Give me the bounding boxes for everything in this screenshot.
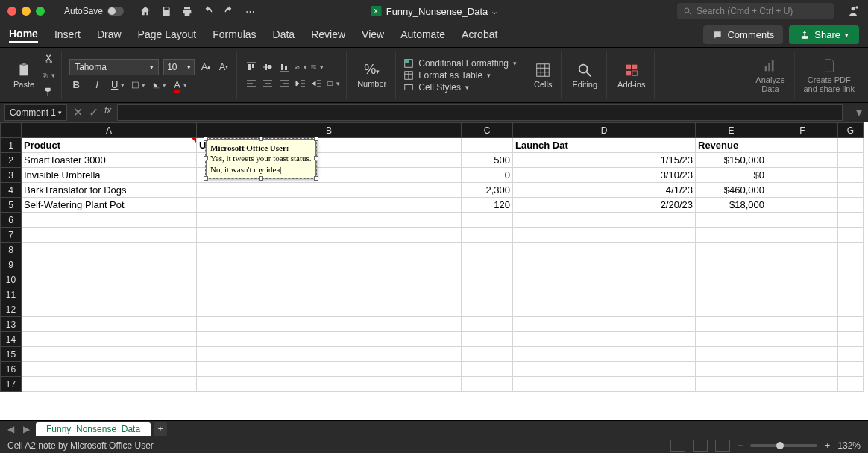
cell[interactable] [462,287,513,302]
row-header[interactable]: 9 [1,257,22,272]
row-header[interactable]: 16 [1,362,22,377]
align-left-icon[interactable] [245,77,258,90]
cell[interactable] [22,347,197,362]
cell[interactable] [197,213,462,228]
cell[interactable] [696,317,767,332]
cell[interactable] [838,272,864,287]
cell[interactable] [197,362,462,377]
tab-page-layout[interactable]: Page Layout [138,28,197,42]
number-format[interactable]: %▾ Number [354,60,389,90]
cell[interactable] [22,213,197,228]
addins-button[interactable]: Add-ins [614,60,648,90]
autosave-toggle[interactable]: AutoSave [64,6,124,16]
cell[interactable] [462,347,513,362]
tab-data[interactable]: Data [273,28,295,42]
cell[interactable]: Self-Watering Plant Pot [22,198,197,213]
row-header[interactable]: 12 [1,302,22,317]
cell[interactable] [513,228,696,243]
cell[interactable]: $18,000 [696,198,767,213]
tab-automate[interactable]: Automate [400,28,445,42]
cell[interactable] [462,257,513,272]
underline-icon[interactable]: U [111,78,125,92]
align-bottom-icon[interactable] [277,60,291,74]
cell[interactable] [197,257,462,272]
row-header[interactable]: 1 [1,138,22,153]
cells-button[interactable]: Cells [531,60,555,90]
zoom-out-icon[interactable]: − [738,440,743,451]
share-top-icon[interactable] [846,4,861,19]
col-header-E[interactable]: E [696,123,767,138]
cell[interactable] [22,302,197,317]
cell[interactable] [197,347,462,362]
fill-color-icon[interactable] [153,78,166,92]
autosave-switch[interactable] [107,7,124,16]
col-header-F[interactable]: F [767,123,838,138]
row-header[interactable]: 5 [1,198,22,213]
cell[interactable] [838,213,864,228]
cell[interactable] [767,377,838,392]
note-body[interactable]: Yes, it tweets your toast status. No, it… [210,154,311,173]
cell[interactable] [767,287,838,302]
decrease-font-icon[interactable]: A▾ [217,60,230,74]
cell[interactable] [838,362,864,377]
undo-icon[interactable] [201,4,215,18]
cell[interactable] [22,228,197,243]
cell[interactable] [197,332,462,347]
border-icon[interactable] [132,78,145,92]
cell[interactable] [462,213,513,228]
sheet-nav-next[interactable]: ▶ [20,424,33,434]
cell[interactable]: SmartToaster 3000 [22,153,197,168]
maximize-window[interactable] [36,7,45,16]
cell[interactable]: 2,300 [462,183,513,198]
cell[interactable] [838,332,864,347]
cell[interactable] [767,347,838,362]
save-icon[interactable] [160,4,173,18]
cell[interactable] [696,347,767,362]
row-header[interactable]: 8 [1,243,22,257]
cell[interactable] [838,302,864,317]
increase-font-icon[interactable]: A▴ [199,60,213,74]
print-icon[interactable] [180,4,194,18]
cell[interactable]: 500 [462,153,513,168]
cell[interactable] [838,183,864,198]
cell[interactable] [462,302,513,317]
cell[interactable] [197,302,462,317]
zoom-slider[interactable] [750,444,817,447]
sheet-tab-active[interactable]: Funny_Nonsense_Data [36,422,151,436]
cell[interactable] [767,183,838,198]
cell[interactable] [696,213,767,228]
cell[interactable] [513,243,696,257]
row-header[interactable]: 10 [1,272,22,287]
cell[interactable] [838,228,864,243]
cell[interactable] [696,377,767,392]
cell[interactable] [696,302,767,317]
cell[interactable] [838,377,864,392]
cell[interactable] [462,243,513,257]
cell[interactable]: Product [22,138,197,153]
cell-note[interactable]: Microsoft Office User: Yes, it tweets yo… [206,139,316,178]
cell[interactable] [767,213,838,228]
merge-icon[interactable] [327,77,340,90]
cell[interactable] [838,138,864,153]
copy-icon[interactable] [42,69,55,82]
spreadsheet-grid[interactable]: A B C D E F G 1ProductULaunch DatRevenue… [0,122,868,420]
cell[interactable] [197,228,462,243]
cell[interactable]: 3/10/23 [513,168,696,183]
cell[interactable]: $460,000 [696,183,767,198]
cell[interactable] [696,243,767,257]
cell[interactable] [513,317,696,332]
row-header[interactable]: 11 [1,287,22,302]
cell[interactable] [696,228,767,243]
cell[interactable] [767,317,838,332]
page-layout-view-icon[interactable] [693,440,708,452]
cell[interactable] [462,362,513,377]
row-header[interactable]: 13 [1,317,22,332]
conditional-formatting[interactable]: Conditional Formatting▾ [403,57,517,69]
align-top-icon[interactable] [245,60,258,74]
more-icon[interactable]: ⋯ [243,4,257,18]
cell[interactable] [767,302,838,317]
cell[interactable] [22,272,197,287]
cell[interactable] [696,362,767,377]
tab-formulas[interactable]: Formulas [213,28,256,42]
paste-button[interactable]: Paste [10,60,37,90]
